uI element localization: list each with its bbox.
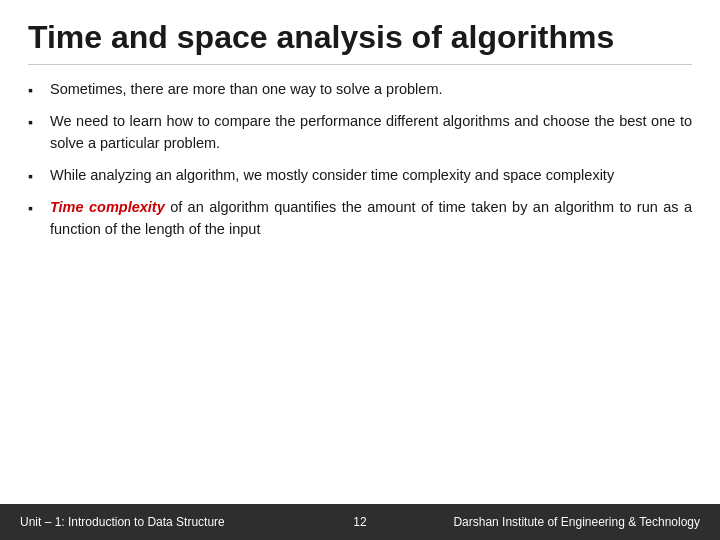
bullet-text-3: While analyzing an algorithm, we mostly …: [50, 165, 692, 187]
list-item: ▪ Sometimes, there are more than one way…: [28, 79, 692, 101]
bullet-marker: ▪: [28, 166, 44, 187]
bullet-list: ▪ Sometimes, there are more than one way…: [28, 79, 692, 240]
bullet-text-4: Time complexity of an algorithm quantifi…: [50, 197, 692, 241]
list-item: ▪ We need to learn how to compare the pe…: [28, 111, 692, 155]
bullet-marker: ▪: [28, 198, 44, 219]
list-item: ▪ While analyzing an algorithm, we mostl…: [28, 165, 692, 187]
slide-container: Time and space analysis of algorithms ▪ …: [0, 0, 720, 540]
footer-page-number: 12: [340, 515, 380, 529]
slide-footer: Unit – 1: Introduction to Data Structure…: [0, 504, 720, 540]
bullet-text-1: Sometimes, there are more than one way t…: [50, 79, 692, 101]
main-content: Time and space analysis of algorithms ▪ …: [0, 0, 720, 504]
bullet-marker: ▪: [28, 80, 44, 101]
bullet-text-2: We need to learn how to compare the perf…: [50, 111, 692, 155]
bullet-marker: ▪: [28, 112, 44, 133]
highlight-time-complexity: Time complexity: [50, 199, 165, 215]
footer-left: Unit – 1: Introduction to Data Structure: [20, 515, 340, 529]
list-item: ▪ Time complexity of an algorithm quanti…: [28, 197, 692, 241]
slide-title: Time and space analysis of algorithms: [28, 18, 692, 65]
footer-right: Darshan Institute of Engineering & Techn…: [380, 515, 700, 529]
